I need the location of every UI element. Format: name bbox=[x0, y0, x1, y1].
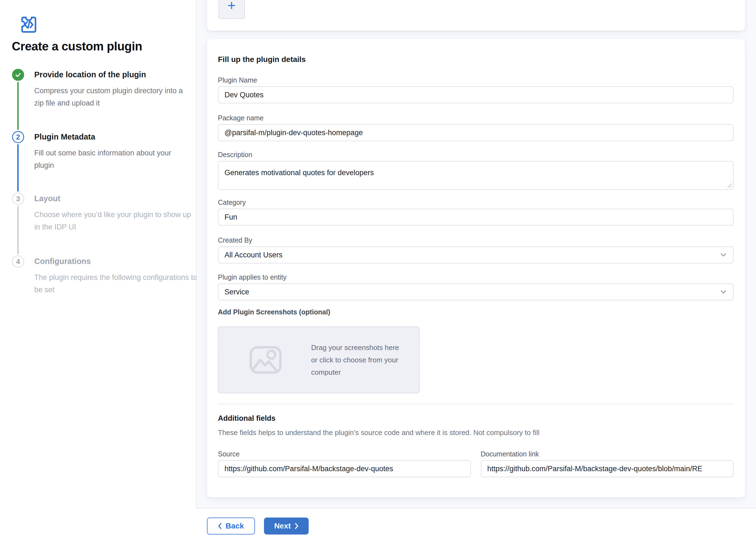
source-label: Source bbox=[218, 450, 471, 458]
plus-icon: + bbox=[227, 0, 236, 13]
step-number-badge: 2 bbox=[12, 131, 24, 143]
applies-to-entity-value: Service bbox=[224, 288, 249, 296]
sidebar-step-plugin-metadata[interactable]: 2 Plugin Metadata Fill out some basic in… bbox=[0, 131, 196, 180]
documentation-link-label: Documentation link bbox=[481, 450, 734, 458]
image-icon bbox=[249, 345, 283, 375]
check-icon bbox=[15, 71, 22, 78]
chevron-down-icon bbox=[720, 253, 726, 257]
package-name-input[interactable] bbox=[218, 124, 733, 141]
plugin-name-group: Plugin Name bbox=[218, 76, 733, 103]
step-number-badge: 4 bbox=[12, 255, 24, 268]
plugin-code-icon bbox=[16, 15, 42, 35]
applies-to-entity-label: Plugin applies to entity bbox=[218, 273, 733, 281]
additional-fields-subtext: These fields helps to understand the plu… bbox=[218, 428, 540, 437]
package-name-group: Package name bbox=[218, 114, 733, 141]
source-input[interactable] bbox=[218, 460, 471, 477]
created-by-group: Created By All Account Users bbox=[218, 236, 733, 263]
create-custom-plugin-page: Create a custom plugin Provide location … bbox=[0, 0, 756, 540]
back-button-label: Back bbox=[226, 522, 244, 530]
step-title: Configurations bbox=[34, 257, 91, 266]
sidebar-step-configurations[interactable]: 4 Configurations The plugin requires the… bbox=[0, 255, 196, 305]
step-complete-badge bbox=[12, 69, 24, 81]
step-title: Layout bbox=[34, 194, 60, 203]
additional-fields-row: Source Documentation link bbox=[218, 450, 733, 477]
back-button[interactable]: Back bbox=[207, 517, 255, 535]
description-group: Description Generates motivational quote… bbox=[218, 151, 733, 190]
step-description: Choose where you’d like your plugin to s… bbox=[34, 208, 193, 233]
description-textarea[interactable]: Generates motivational quotes for develo… bbox=[218, 161, 733, 190]
documentation-link-group: Documentation link bbox=[481, 450, 734, 477]
step-description: The plugin requires the following config… bbox=[34, 271, 199, 296]
applies-to-entity-group: Plugin applies to entity Service bbox=[218, 273, 733, 301]
next-button[interactable]: Next bbox=[264, 517, 309, 535]
plugin-name-input[interactable] bbox=[218, 86, 733, 103]
sidebar-step-provide-location[interactable]: Provide location of the plugin Compress … bbox=[0, 69, 196, 118]
details-heading: Fill up the plugin details bbox=[218, 55, 306, 64]
created-by-label: Created By bbox=[218, 236, 733, 244]
plugin-upload-card: + bbox=[207, 0, 745, 31]
source-group: Source bbox=[218, 450, 471, 477]
page-title: Create a custom plugin bbox=[12, 40, 142, 53]
created-by-value: All Account Users bbox=[224, 251, 283, 259]
chevron-right-icon bbox=[295, 523, 299, 529]
step-description: Compress your custom plugin directory in… bbox=[34, 85, 184, 109]
chevron-down-icon bbox=[720, 290, 726, 294]
applies-to-entity-select[interactable]: Service bbox=[218, 283, 733, 301]
footer-divider bbox=[196, 508, 756, 508]
description-label: Description bbox=[218, 151, 733, 159]
step-description: Fill out some basic information about yo… bbox=[34, 147, 177, 172]
step-title: Provide location of the plugin bbox=[34, 70, 146, 79]
plugin-name-label: Plugin Name bbox=[218, 76, 733, 84]
additional-fields-heading: Additional fields bbox=[218, 414, 276, 423]
main-content: + Fill up the plugin details Plugin Name… bbox=[196, 0, 756, 508]
footer: Back Next bbox=[207, 517, 309, 535]
screenshots-dropzone[interactable]: Drag your screenshots here or click to c… bbox=[218, 327, 420, 393]
add-plugin-button[interactable]: + bbox=[218, 0, 245, 19]
screenshots-label: Add Plugin Screenshots (optional) bbox=[218, 308, 330, 316]
package-name-label: Package name bbox=[218, 114, 733, 122]
section-divider bbox=[218, 404, 733, 404]
category-label: Category bbox=[218, 198, 733, 206]
created-by-select[interactable]: All Account Users bbox=[218, 246, 733, 263]
sidebar: Create a custom plugin Provide location … bbox=[0, 0, 196, 508]
plugin-details-card: Fill up the plugin details Plugin Name P… bbox=[207, 39, 745, 497]
documentation-link-input[interactable] bbox=[481, 460, 734, 477]
dropzone-text: Drag your screenshots here or click to c… bbox=[311, 341, 402, 378]
category-group: Category bbox=[218, 198, 733, 225]
step-number-badge: 3 bbox=[12, 193, 24, 205]
step-title: Plugin Metadata bbox=[34, 132, 95, 141]
category-input[interactable] bbox=[218, 208, 733, 225]
sidebar-step-layout[interactable]: 3 Layout Choose where you’d like your pl… bbox=[0, 193, 196, 242]
next-button-label: Next bbox=[274, 522, 291, 530]
chevron-left-icon bbox=[218, 523, 222, 529]
